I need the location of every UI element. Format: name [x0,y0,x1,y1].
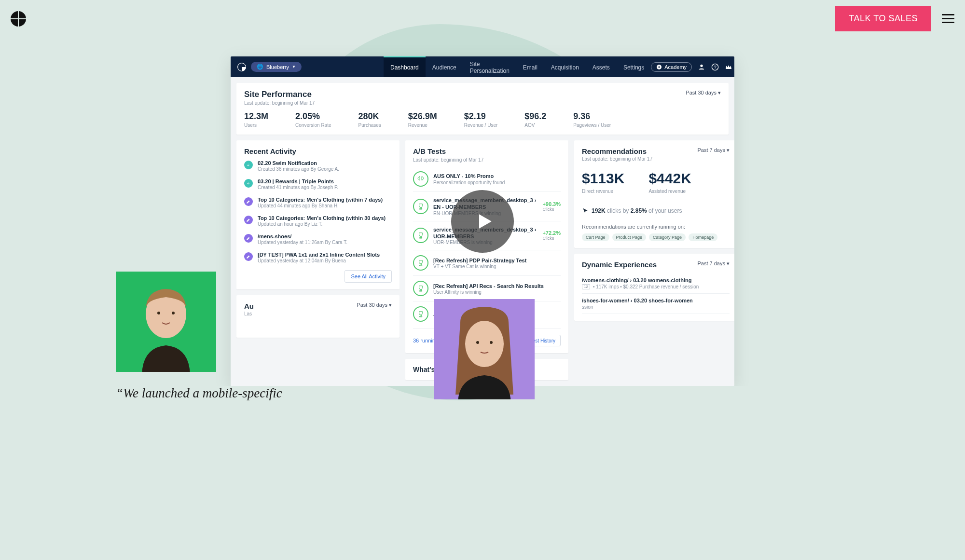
metric-value: $96.2 [524,111,546,122]
activity-subtitle: Updated yesterday at 11:26am By Cara T. [258,240,347,245]
pencil-icon [244,252,253,261]
tab-email[interactable]: Email [516,56,544,77]
svg-point-8 [157,312,160,314]
activity-item[interactable]: 03.20 | Rewards | Triple PointsCreated 4… [244,178,392,190]
caret-down-icon: ▼ [292,65,296,69]
metric-value: 9.36 [573,111,611,122]
activity-subtitle: Updated 44 minutes ago By Shana H. [258,203,383,208]
page-chip[interactable]: Category Page [649,233,686,241]
logo-icon [11,11,26,27]
ab-title: [Rec Refresh] API Recs - Search No Resul… [433,283,561,289]
ab-stat: +90.3% [542,201,561,207]
activity-subtitle: Updated an hour ago By Liz T. [258,221,386,227]
app-nav-tabs: Dashboard Audience Site Personalization … [384,56,651,77]
dynamic-range-dropdown[interactable]: Past 7 days ▾ [697,260,730,267]
metric-label: Revenue [408,123,437,128]
performance-range-dropdown[interactable]: Past 30 days ▾ [686,90,721,96]
ab-title: AUS ONLY - 10% Promo [433,173,561,179]
recommendations-title: Recommendations [582,147,652,155]
testimonial-portrait-2 [434,299,535,386]
ab-test-item[interactable]: [Rec Refresh] API Recs - Search No Resul… [413,276,561,301]
activity-subtitle: Updated yesterday at 12:04am By Buena [258,258,380,263]
chevron-down-icon: ▾ [718,90,721,96]
crown-icon[interactable] [725,63,732,71]
svg-point-11 [476,341,479,344]
ab-test-item[interactable]: AUS ONLY - 10% PromoPersonalization oppo… [413,166,561,192]
page-chip[interactable]: Homepage [689,233,717,241]
metric: 2.05%Conversion Rate [295,111,331,128]
trophy-icon [413,306,428,322]
audience-range-dropdown[interactable]: Past 30 days ▾ [357,302,392,308]
page-chip[interactable]: Cart Page [582,233,609,241]
metric-value: 12.3M [244,111,268,122]
site-logo[interactable] [11,11,26,27]
metric: $2.19Revenue / User [464,111,497,128]
chevron-down-icon: ▾ [727,147,730,153]
assisted-revenue-label: Assisted revenue [648,189,691,194]
ab-tests-subtitle: Last update: beginning of Mar 17 [413,157,561,163]
dynamic-item-title: /womens-clothing/ › 03.20 womens-clothin… [582,277,730,283]
app-logo-icon [237,63,246,71]
activity-item[interactable]: 02.20 Swim NotificationCreated 38 minute… [244,160,392,172]
metric-label: Conversion Rate [295,123,331,128]
site-performance-title: Site Performance [244,90,315,99]
activity-subtitle: Created 38 minutes ago By George A. [258,166,339,172]
audience-card: Au Las Past 30 days ▾ [236,295,400,338]
recommendations-subtitle: Last update: beginning of Mar 17 [582,156,652,162]
play-video-button[interactable] [451,190,514,253]
tab-settings[interactable]: Settings [617,56,651,77]
activity-item[interactable]: [DY TEST] PWA 1x1 and 2x1 Inline Content… [244,252,392,263]
globe-icon: 🌐 [257,64,263,70]
dynamic-item-subtitle: 12 • 117K imps • $0.322 Purchase revenue… [582,284,730,289]
see-all-activity-button[interactable]: See All Activity [345,270,392,283]
tab-dashboard[interactable]: Dashboard [384,56,426,77]
clicks-summary: 192K clicks by 2.85% of your users [582,207,730,214]
metric-label: Revenue / User [464,123,497,128]
variation-count-badge: 12 [582,284,590,289]
activity-item[interactable]: /mens-shoes/Updated yesterday at 11:26am… [244,233,392,245]
user-icon[interactable] [698,63,705,71]
dynamic-experiences-card: Dynamic Experiences Past 7 days ▾ /women… [574,254,734,321]
activity-item[interactable]: Top 10 Categories: Men's Clothing (withi… [244,215,392,227]
ab-subtitle: Personalization opportunity found [433,180,561,185]
pencil-icon [244,216,253,224]
brand-selector[interactable]: 🌐 Blueberry ▼ [251,62,302,72]
person-avatar [436,299,533,386]
audience-subtitle: Las [244,311,254,316]
svg-point-12 [490,341,493,344]
dynamic-experience-item[interactable]: /womens-clothing/ › 03.20 womens-clothin… [582,273,730,294]
chevron-down-icon: ▾ [389,302,392,308]
ab-stat-label: Clicks [542,207,561,212]
chevron-down-icon: ▾ [727,260,730,266]
dynamic-item-subtitle: ssion [582,304,730,310]
help-icon[interactable]: ? [711,63,719,71]
academy-button[interactable]: Academy [651,62,692,72]
tab-audience[interactable]: Audience [426,56,463,77]
pencil-icon [244,197,253,206]
testimonial-portrait-1 [116,272,216,372]
hamburger-menu-icon[interactable] [942,14,954,23]
ab-tests-title: A/B Tests [413,147,561,155]
activity-title: 02.20 Swim Notification [258,160,339,166]
tab-site-personalization[interactable]: Site Personalization [463,56,516,77]
site-performance-card: Site Performance Last update: beginning … [236,83,729,135]
activity-title: [DY TEST] PWA 1x1 and 2x1 Inline Content… [258,252,380,258]
activity-item[interactable]: Top 10 Categories: Men's Clothing (withi… [244,197,392,208]
metric: 9.36Pageviews / User [573,111,611,128]
ab-test-item[interactable]: [Rec Refresh] PDP Pair-Strategy TestVT +… [413,250,561,276]
metric-value: 2.05% [295,111,331,122]
svg-rect-1 [11,18,26,19]
metric-value: $2.19 [464,111,497,122]
dynamic-experience-item[interactable]: /shoes-for-women/ › 03.20 shoes-for-wome… [582,294,730,314]
metric-value: $26.9M [408,111,437,122]
talk-to-sales-button[interactable]: TALK TO SALES [835,6,931,31]
direct-revenue-value: $113K [582,170,624,187]
activity-title: 03.20 | Rewards | Triple Points [258,178,338,184]
ab-title: [Rec Refresh] PDP Pair-Strategy Test [433,257,561,264]
metric: 12.3MUsers [244,111,268,128]
page-chip[interactable]: Product Page [612,233,647,241]
trophy-icon [413,228,428,243]
tab-assets[interactable]: Assets [586,56,617,77]
recommendations-range-dropdown[interactable]: Past 7 days ▾ [697,147,730,153]
tab-acquisition[interactable]: Acquisition [544,56,586,77]
